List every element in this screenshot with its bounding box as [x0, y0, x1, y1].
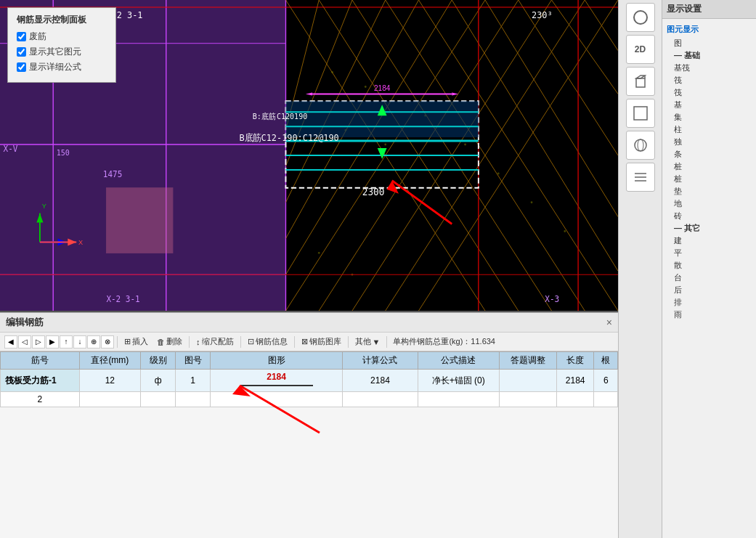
tree-item-图[interactable]: 图: [667, 37, 752, 49]
tree-item-地[interactable]: 地: [667, 197, 752, 210]
insert-label: 插入: [132, 336, 148, 347]
tree-item-后[interactable]: 后: [667, 284, 752, 296]
cell-答题调整-1[interactable]: [499, 370, 556, 392]
cell-图号-2: [176, 392, 211, 407]
tree-item-基筏[interactable]: 基筏: [667, 62, 752, 74]
cell-计算公式-1[interactable]: 2184: [343, 370, 418, 392]
svg-text:X-3: X-3: [545, 294, 559, 305]
tree-item-桩1[interactable]: 桩: [667, 160, 752, 173]
svg-point-38: [564, 230, 566, 232]
tree-item-台[interactable]: 台: [667, 272, 752, 284]
checkbox-废筋[interactable]: 废筋: [17, 30, 107, 43]
cell-长度-1[interactable]: 2184: [556, 370, 594, 392]
tree-item-柱[interactable]: 柱: [667, 123, 752, 136]
toolbar-sep-3: [240, 336, 241, 348]
svg-text:150: 150: [57, 148, 70, 157]
svg-point-87: [638, 139, 643, 151]
toolbar: ◀ ◁ ▷ ▶ ↑ ↓ ⊕ ⊗ ⊞ 插入 🗑 删除 ↕ 缩尺配筋: [0, 333, 618, 351]
checkbox-废筋-input[interactable]: [17, 32, 26, 41]
tree-item-砖[interactable]: 砖: [667, 210, 752, 222]
tree-item-条[interactable]: 条: [667, 148, 752, 160]
table-row-2[interactable]: 2: [1, 392, 618, 407]
rebar-info-icon: ⊡: [248, 337, 254, 346]
tree-item-平[interactable]: 平: [667, 247, 752, 259]
sidebar-btn-circle[interactable]: [626, 3, 655, 32]
cell-筋号-2[interactable]: 2: [1, 392, 80, 407]
weight-label: 单构件钢筋总重(kg)：11.634: [393, 336, 495, 347]
cell-根-1[interactable]: 6: [594, 370, 618, 392]
rebar-library-button[interactable]: ⊠ 钢筋图库: [298, 335, 345, 349]
svg-point-33: [384, 144, 386, 146]
nav-last[interactable]: ▶: [46, 335, 59, 349]
svg-text:X-V: X-V: [4, 144, 18, 155]
sidebar-btn-frame[interactable]: [626, 99, 655, 128]
nav-up[interactable]: ↑: [60, 335, 73, 349]
rebar-info-button[interactable]: ⊡ 钢筋信息: [244, 335, 291, 349]
checkbox-其它图元-input[interactable]: [17, 47, 26, 57]
nav-add[interactable]: ⊕: [87, 335, 100, 349]
tree-item-筏2[interactable]: 筏: [667, 86, 752, 99]
cell-直径-1[interactable]: 12: [79, 370, 140, 392]
table-wrapper[interactable]: 筋号 直径(mm) 级别 图号 图形 计算公式 公式描述 答题调整 长度 根 筏: [0, 351, 618, 538]
rebar-library-label: 钢筋图库: [309, 336, 341, 347]
delete-button[interactable]: 🗑 删除: [153, 335, 186, 349]
section-label-元素显示[interactable]: 图元显示: [667, 22, 752, 37]
svg-point-37: [531, 201, 533, 203]
sidebar-btn-3d[interactable]: [626, 67, 655, 96]
tree-item-排[interactable]: 排: [667, 296, 752, 309]
svg-text:X-2 3-1: X-2 3-1: [106, 294, 139, 305]
nav-remove[interactable]: ⊗: [101, 335, 114, 349]
svg-rect-66: [106, 188, 173, 253]
tree-item-建[interactable]: 建: [667, 235, 752, 247]
checkbox-其它图元-label: 显示其它图元: [29, 46, 81, 58]
cad-viewport[interactable]: 2184 B:底筋C120190 B底筋C12-190:C12@190 2300…: [0, 0, 618, 312]
insert-button[interactable]: ⊞ 插入: [121, 335, 152, 349]
nav-first[interactable]: ◀: [4, 335, 17, 349]
table-row[interactable]: 筏板受力筋-1 12 ф 1 2184 2184 净长+锚固 (0) 2184 …: [1, 370, 618, 392]
svg-text:X: X: [78, 238, 84, 246]
tree-item-垫[interactable]: 垫: [667, 185, 752, 197]
control-panel: 钢筋显示控制面板 废筋 显示其它图元 显示详细公式: [7, 7, 116, 83]
tree-item-集[interactable]: 集: [667, 111, 752, 123]
cell-直径-2: [79, 392, 140, 407]
cell-图形-1[interactable]: 2184: [211, 370, 343, 392]
edit-panel-header: 编辑钢筋 ×: [0, 313, 618, 333]
svg-point-35: [464, 144, 466, 146]
close-button[interactable]: ×: [606, 317, 612, 328]
tree-item-其它[interactable]: — 其它: [667, 222, 752, 235]
sidebar-btn-3d-view[interactable]: [626, 131, 655, 160]
svg-text:Y: Y: [42, 201, 47, 209]
col-header-根: 根: [594, 352, 618, 370]
tree-item-独[interactable]: 独: [667, 136, 752, 148]
control-panel-title: 钢筋显示控制面板: [17, 14, 107, 26]
checkbox-显示其它图元[interactable]: 显示其它图元: [17, 46, 107, 58]
tree-item-桩2[interactable]: 桩: [667, 173, 752, 185]
sidebar-btn-2d[interactable]: 2D: [626, 35, 655, 64]
tree-item-基础[interactable]: — 基础: [667, 49, 752, 62]
checkbox-显示详细公式[interactable]: 显示详细公式: [17, 61, 107, 73]
3d-view-icon: [632, 136, 649, 154]
scale-rebar-button[interactable]: ↕ 缩尺配筋: [192, 335, 237, 349]
checkbox-详细公式-input[interactable]: [17, 62, 26, 72]
tree-item-散[interactable]: 散: [667, 259, 752, 272]
cell-答题调整-2: [499, 392, 556, 407]
cell-公式描述-1[interactable]: 净长+锚固 (0): [418, 370, 499, 392]
nav-down[interactable]: ↓: [73, 335, 86, 349]
cell-筋号-1[interactable]: 筏板受力筋-1: [1, 370, 80, 392]
other-button[interactable]: 其他 ▼: [351, 335, 384, 349]
svg-text:2184: 2184: [374, 83, 391, 92]
tree-item-基[interactable]: 基: [667, 99, 752, 111]
nav-prev[interactable]: ◁: [18, 335, 31, 349]
other-dropdown-icon: ▼: [373, 338, 381, 346]
tree-item-筏1[interactable]: 筏: [667, 74, 752, 86]
svg-point-81: [634, 11, 647, 24]
nav-next[interactable]: ▷: [32, 335, 45, 349]
delete-icon: 🗑: [157, 338, 165, 346]
figure-line-1: [240, 385, 313, 386]
sidebar-btn-list[interactable]: [626, 163, 655, 192]
col-header-筋号: 筋号: [1, 352, 80, 370]
cell-图形-2: [211, 392, 343, 407]
cell-图号-1[interactable]: 1: [176, 370, 211, 392]
tree-item-雨[interactable]: 雨: [667, 309, 752, 321]
cell-级别-1[interactable]: ф: [141, 370, 176, 392]
